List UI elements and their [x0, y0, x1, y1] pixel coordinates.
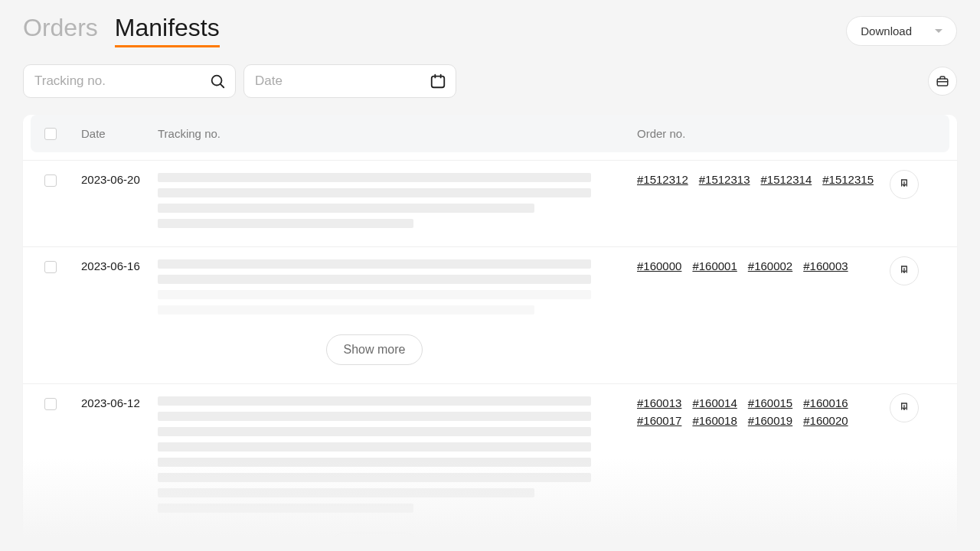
orders-col: #160000 #160001 #160002 #160003: [637, 259, 890, 272]
tracking-skeleton: Show less: [158, 396, 637, 551]
calendar-icon[interactable]: [430, 73, 446, 90]
col-order: Order no.: [637, 127, 890, 140]
tracking-input-wrap: [23, 64, 236, 98]
row-download-button[interactable]: [890, 170, 919, 199]
col-date: Date: [81, 127, 158, 140]
order-link[interactable]: #160001: [692, 259, 737, 272]
order-link[interactable]: #160016: [803, 396, 848, 409]
order-link[interactable]: #160019: [748, 414, 792, 427]
order-link[interactable]: #160003: [803, 259, 848, 272]
download-label: Download: [861, 24, 912, 37]
date-input-wrap: [243, 64, 456, 98]
download-icon: [898, 265, 910, 277]
show-more-button[interactable]: Show more: [326, 334, 423, 365]
manifests-table: Date Tracking no. Order no. 2023-06-20 #…: [23, 115, 957, 551]
order-link[interactable]: #160020: [803, 414, 848, 427]
row-checkbox[interactable]: [44, 261, 57, 273]
order-link[interactable]: #160015: [748, 396, 792, 409]
order-link[interactable]: #1512312: [637, 173, 688, 186]
select-all-checkbox[interactable]: [44, 128, 57, 140]
row-download-button[interactable]: [890, 256, 919, 285]
row-checkbox[interactable]: [44, 174, 57, 187]
order-link[interactable]: #1512315: [822, 173, 874, 186]
tabs: Orders Manifests: [23, 14, 220, 47]
order-link[interactable]: #160018: [692, 414, 737, 427]
order-link[interactable]: #1512313: [699, 173, 750, 186]
show-less-button[interactable]: Show less: [329, 533, 420, 551]
row-checkbox[interactable]: [44, 398, 57, 410]
col-tracking: Tracking no.: [158, 127, 637, 140]
download-icon: [898, 178, 910, 191]
search-icon[interactable]: [209, 73, 226, 90]
row-date: 2023-06-20: [81, 173, 158, 186]
tab-manifests[interactable]: Manifests: [115, 14, 220, 47]
tracking-input[interactable]: [34, 73, 224, 89]
date-input[interactable]: [255, 73, 445, 89]
briefcase-icon: [936, 74, 949, 88]
filter-settings-button[interactable]: [928, 67, 957, 96]
tracking-skeleton: [158, 173, 637, 228]
order-link[interactable]: #160002: [748, 259, 792, 272]
table-row: 2023-06-16 Show more #160000 #160001 #16…: [23, 246, 957, 383]
order-link[interactable]: #160017: [637, 414, 681, 427]
download-icon: [898, 402, 910, 414]
svg-rect-2: [432, 77, 445, 88]
table-header: Date Tracking no. Order no.: [31, 115, 949, 152]
table-row: 2023-06-12 Show less #160013 #160014 #16…: [23, 383, 957, 551]
row-date: 2023-06-16: [81, 259, 158, 272]
order-link[interactable]: #160000: [637, 259, 681, 272]
row-date: 2023-06-12: [81, 396, 158, 409]
order-link[interactable]: #160014: [692, 396, 737, 409]
svg-line-1: [220, 84, 224, 87]
tab-orders[interactable]: Orders: [23, 14, 98, 45]
chevron-down-icon: [935, 29, 942, 33]
order-link[interactable]: #1512314: [761, 173, 812, 186]
order-link[interactable]: #160013: [637, 396, 681, 409]
download-button[interactable]: Download: [846, 16, 957, 46]
tracking-skeleton: Show more: [158, 259, 637, 365]
row-download-button[interactable]: [890, 393, 919, 422]
table-row: 2023-06-20 #1512312 #1512313 #1512314 #1…: [23, 160, 957, 246]
orders-col: #160013 #160014 #160015 #160016 #160017 …: [637, 396, 890, 427]
orders-col: #1512312 #1512313 #1512314 #1512315: [637, 173, 890, 186]
